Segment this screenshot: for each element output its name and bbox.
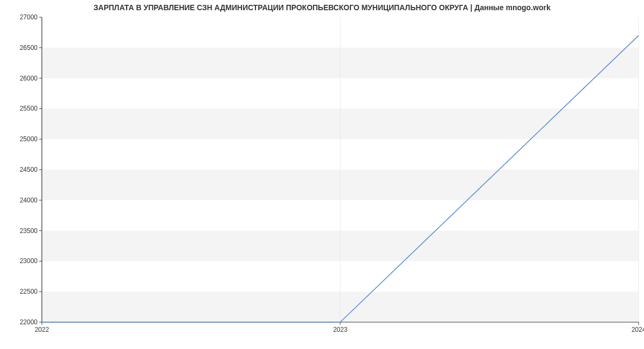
x-tick-label: 2022 bbox=[35, 326, 49, 333]
y-tick-label: 22000 bbox=[20, 318, 38, 326]
x-tick-label: 2024 bbox=[632, 326, 644, 333]
line-chart: 2200022500230002350024000245002500025500… bbox=[0, 0, 644, 349]
y-tick-label: 23500 bbox=[20, 227, 38, 235]
y-tick-label: 26000 bbox=[20, 75, 38, 82]
y-tick-label: 27000 bbox=[20, 13, 38, 21]
y-tick-label: 24500 bbox=[20, 166, 38, 173]
y-tick-label: 26500 bbox=[20, 44, 38, 52]
y-tick-label: 24000 bbox=[20, 197, 38, 204]
y-tick-label: 23000 bbox=[20, 257, 38, 265]
chart-title: ЗАРПЛАТА В УПРАВЛЕНИЕ СЗН АДМИНИСТРАЦИИ … bbox=[0, 3, 644, 12]
chart-container: ЗАРПЛАТА В УПРАВЛЕНИЕ СЗН АДМИНИСТРАЦИИ … bbox=[0, 0, 644, 349]
y-tick-label: 22500 bbox=[20, 288, 38, 295]
y-tick-label: 25000 bbox=[20, 135, 38, 143]
x-tick-label: 2023 bbox=[333, 326, 348, 333]
y-tick-label: 25500 bbox=[20, 105, 38, 112]
